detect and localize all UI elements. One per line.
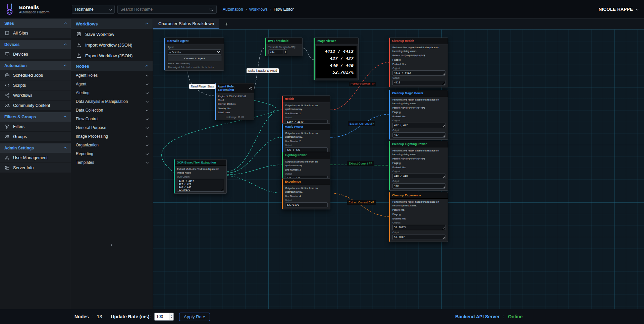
node-health[interactable]: Health Output a specific line from an up… [282,95,330,127]
spinner-arrows-icon[interactable]: ▲▼ [169,313,173,320]
breadcrumb-workflows[interactable]: Workflows [249,7,268,12]
sidebar-section-devices[interactable]: Devices [0,40,71,49]
sidebar-section-filters-groups[interactable]: Filters & Groups [0,112,71,122]
node-cleanup-fighting-power[interactable]: Cleanup Fighting Power Performs live reg… [389,141,448,191]
spinner-arrows-icon[interactable]: ▲▼ [283,50,287,54]
search-input[interactable] [120,7,207,12]
tab-character-status-breakdown[interactable]: Character Status Breakdown [153,19,219,29]
sidebar-section-automation[interactable]: Automation [0,61,71,70]
node-category-reporting[interactable]: Reporting [71,149,153,158]
node-category-general-purpose[interactable]: General Purpose [71,123,153,132]
node-category-templates[interactable]: Templates [71,158,153,167]
edge-label-extract-current-fp[interactable]: Extract Current FP [347,161,374,166]
output-field[interactable]: 427 [392,132,445,138]
chevron-down-icon [146,161,148,164]
node-bw-threshold[interactable]: BW Threshold Threshold Strength (0–255):… [265,38,303,56]
search-icon[interactable] [209,7,214,12]
sidebar-item-devices[interactable]: Devices [0,49,71,59]
export-workflow-button[interactable]: Export Workflow (JSON) [71,50,153,61]
original-field[interactable]: 440 / 440 [392,174,445,179]
node-borealis-agent[interactable]: Borealis Agent Agent: -- Select -- Conne… [164,38,224,71]
original-field[interactable]: 52.7017% [392,225,445,230]
apply-rate-button[interactable]: Apply Rate [179,313,210,321]
sidebar-section-sites[interactable]: Sites [0,19,71,28]
node-description: Performs live regex-based find/replace o… [392,98,445,105]
edge-label-extract-current-mp[interactable]: Extract Current MP [348,121,375,126]
node-category-alerting[interactable]: Alerting [71,88,153,97]
item-label: Devices [13,52,28,57]
sidebar-item-community-content[interactable]: Community Content [0,101,71,111]
original-field[interactable]: 427 { 427 [392,123,445,128]
sidebar-item-filters[interactable]: Filters [0,122,71,132]
nodes-count-label: Nodes [74,314,89,319]
node-image-viewer[interactable]: Image Viewer 4412 / 4412 427 / 427 440 /… [314,38,359,80]
update-rate-stepper[interactable]: 100 ▲▼ [154,313,174,321]
hostname-dropdown[interactable]: Hostname [72,5,115,14]
collapse-panel-button[interactable] [71,244,153,246]
edge-label-extract-current-exp[interactable]: Extract Current EXP [347,200,376,205]
node-cleanup-experience[interactable]: Cleanup Experience Performs live regex-b… [389,192,448,242]
user-menu[interactable]: NICOLE RAPPE [599,7,638,12]
flags-text: Flags: g [392,58,445,62]
node-header: Agent Role: Screenshot [216,83,254,93]
connect-to-agent-button[interactable]: Connect to Agent [168,56,221,61]
node-cleanup-health[interactable]: Cleanup Health Performs live regex-based… [389,38,448,87]
ocr-output-field[interactable]: 4412 / 4412 427 { 427 440 / 440 52.7017% [177,179,224,192]
pattern-text: Pattern: ^\s*(\d+)[^0-9]+(\d+)\s*$ [392,54,445,57]
edge-ocr-to-experience[interactable] [227,176,282,193]
edge-ocr-to-fighting-power[interactable] [227,165,282,174]
node-description: Performs live regex-based find/replace o… [392,149,445,156]
tab-bar: Character Status Breakdown + [153,19,644,29]
edge-label-make-it-easier-to-read[interactable]: Make it Easier to Read [247,68,279,73]
sidebar-item-all-sites[interactable]: All Sites [0,28,71,38]
add-tab-button[interactable]: + [219,19,233,29]
node-header: Experience [283,179,330,185]
panel-header-label: Nodes [76,64,89,69]
import-workflow-button[interactable]: Import Workflow (JSON) [71,40,153,50]
output-label: Output: [285,144,328,146]
node-category-agent[interactable]: Agent [71,80,153,88]
sidebar-item-server-info[interactable]: Server Info [0,163,71,173]
node-ocr-text-extraction[interactable]: OCR-Based Text Extraction Extract Multi-… [174,159,227,194]
sidebar-section-admin-settings[interactable]: Admin Settings [0,143,71,153]
sidebar-item-groups[interactable]: Groups [0,132,71,142]
node-category-agent-roles[interactable]: Agent Roles [71,71,153,80]
output-field[interactable]: 440 [392,183,445,189]
share-icon[interactable] [249,87,252,90]
node-agent-role-screenshot[interactable]: Agent Role: Screenshot Region: X:200 Y:4… [215,83,254,120]
category-label: Data Collection [76,108,103,113]
output-field[interactable] [285,202,328,207]
edge-experience-to-cleanup-experience[interactable] [330,193,389,216]
node-title: Fighting Power [285,153,307,157]
node-category-flow-control[interactable]: Flow Control [71,115,153,123]
flags-text: Flags: g [392,111,445,114]
nodes-panel-header[interactable]: Nodes [71,61,153,71]
save-workflow-button[interactable]: Save Workflow [71,29,153,40]
edge-label-read-player-stats[interactable]: Read Player Stats [189,84,216,89]
original-field[interactable]: 4412 / 4412 [392,70,445,76]
backend-online-badge: Online [508,314,523,319]
enabled-text: Enabled: Yes [392,166,445,169]
edge-bw-threshold-to-image-viewer[interactable] [303,48,314,60]
sidebar-item-workflows[interactable]: Workflows [0,90,71,101]
breadcrumb-automation[interactable]: Automation [223,7,243,12]
sidebar-item-scheduled-jobs[interactable]: Scheduled Jobs [0,70,71,80]
output-field[interactable]: 4412 [392,80,445,85]
node-category-data-analysis[interactable]: Data Analysis & Manipulation [71,97,153,106]
node-category-organization[interactable]: Organization [71,141,153,149]
sidebar-item-scripts[interactable]: Scripts [0,80,71,90]
edge-borealis-to-agent-role[interactable] [188,72,215,96]
agent-select[interactable]: -- Select -- [168,49,221,55]
node-magic-power[interactable]: Magic Power Output a specific line from … [282,123,330,154]
edge-label-extract-current-hp[interactable]: Extract Current HP [349,82,376,86]
user-gear-icon [4,155,10,160]
sidebar-item-user-management[interactable]: User Management [0,153,71,163]
node-category-data-collection[interactable]: Data Collection [71,106,153,115]
node-category-image-processing[interactable]: Image Processing [71,132,153,141]
workflows-panel-header[interactable]: Workflows [71,19,153,29]
flow-canvas[interactable]: Borealis Agent Agent: -- Select -- Conne… [153,29,644,309]
node-cleanup-magic-power[interactable]: Cleanup Magic Power Performs live regex-… [389,90,448,140]
threshold-strength-stepper[interactable]: 181 ▲▼ [268,49,287,54]
output-field[interactable]: 52.7017 [392,235,445,240]
node-experience[interactable]: Experience Output a specific line from a… [282,178,330,209]
